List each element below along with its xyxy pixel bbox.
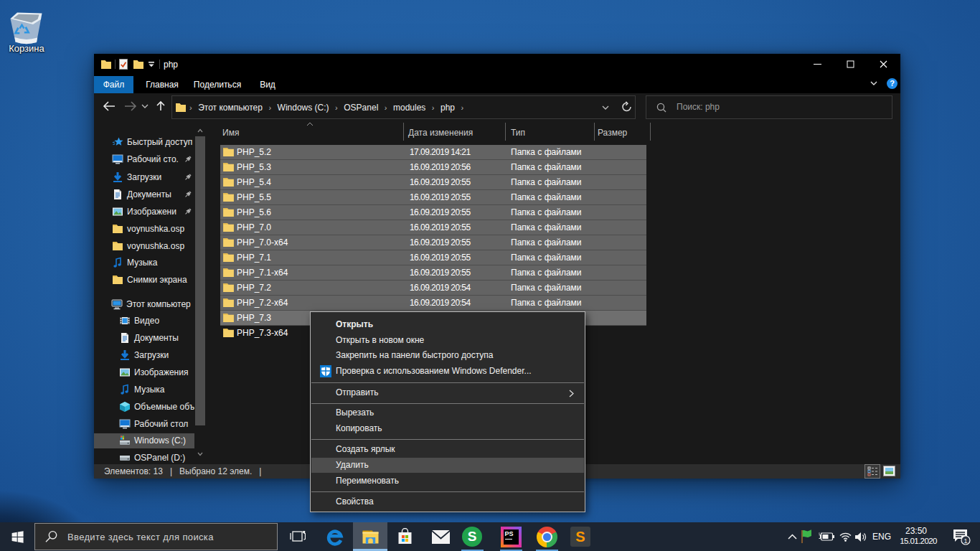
svg-text:1: 1 <box>963 537 967 545</box>
